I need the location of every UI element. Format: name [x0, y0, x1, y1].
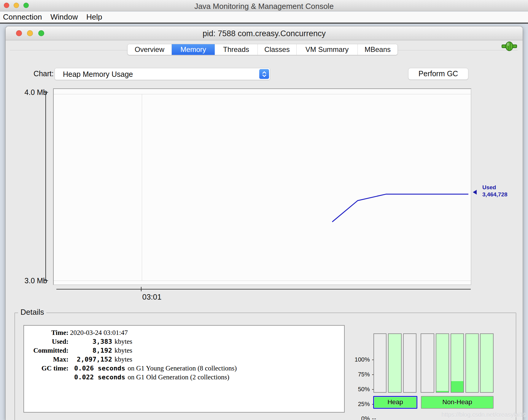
nonheap-pool-bar-2[interactable]: [436, 333, 449, 393]
watermark-text: https://blog.csdn.net/creasylai19: [422, 411, 526, 418]
menu-help[interactable]: Help: [83, 12, 106, 22]
nonheap-pool-bar-4[interactable]: [465, 333, 479, 393]
tab-overview[interactable]: Overview: [128, 44, 172, 55]
chevron-up-down-icon: [259, 69, 269, 79]
heap-pool-bar-2[interactable]: [388, 333, 402, 393]
scale-100: 100%--: [332, 356, 376, 363]
menu-connection[interactable]: Connection: [0, 12, 46, 22]
heap-pool-bar-1[interactable]: [373, 333, 387, 393]
detail-row-used: Used: 3,383kbytes: [24, 337, 344, 346]
memory-usage-chart: [53, 88, 471, 285]
detail-row-time: Time: 2020-03-24 03:01:47: [24, 328, 344, 337]
series-marker-icon: [473, 190, 477, 195]
detail-row-gc-old: 0.022 secondson G1 Old Generation (2 col…: [24, 373, 344, 382]
tab-mbeans[interactable]: MBeans: [358, 44, 397, 55]
tab-classes[interactable]: Classes: [258, 44, 297, 55]
series-callout: Used 3,464,728: [482, 184, 508, 198]
detail-row-committed: Committed: 8,192kbytes: [24, 346, 344, 355]
window-title: pid: 7588 com.creasy.Concurrency: [6, 29, 523, 38]
heap-pool-bar-3[interactable]: [403, 333, 416, 393]
tab-vm-summary[interactable]: VM Summary: [297, 44, 358, 55]
nonheap-button[interactable]: Non-Heap: [421, 396, 494, 409]
chart-select-value: Heap Memory Usage: [63, 70, 133, 79]
x-axis-time-label: 03:01: [134, 292, 170, 302]
connection-plug-icon: [502, 41, 517, 51]
nonheap-pool-bar-3[interactable]: [451, 333, 464, 393]
tab-memory[interactable]: Memory: [172, 44, 215, 55]
x-axis-line: [56, 289, 471, 289]
window-titlebar: pid: 7588 com.creasy.Concurrency: [6, 26, 523, 40]
y-axis-max-label: 4.0 Mb: [15, 88, 47, 97]
menu-window[interactable]: Window: [47, 12, 81, 22]
chart-dropdown-label: Chart:: [26, 69, 54, 78]
jconsole-window: pid: 7588 com.creasy.Concurrency Overvie…: [5, 26, 523, 420]
menubar: Connection Window Help: [0, 12, 528, 23]
scale-25: 25%--: [332, 401, 376, 408]
used-memory-line: [54, 89, 471, 284]
detail-row-gc-young: GC time: 0.026 secondson G1 Young Genera…: [24, 364, 344, 373]
tab-threads[interactable]: Threads: [215, 44, 258, 55]
os-titlebar: Java Monitoring & Management Console: [0, 0, 528, 11]
nonheap-pool-bar-1[interactable]: [421, 333, 434, 393]
screen: Java Monitoring & Management Console Con…: [0, 0, 528, 420]
series-value: 3,464,728: [482, 191, 508, 198]
chart-select[interactable]: Heap Memory Usage: [55, 68, 270, 80]
app-title: Java Monitoring & Management Console: [0, 2, 528, 11]
nonheap-pool-bar-5[interactable]: [480, 333, 494, 393]
y-axis-min-label: 3.0 Mb: [15, 276, 47, 285]
tabbar: Overview Memory Threads Classes VM Summa…: [127, 44, 398, 55]
perform-gc-button[interactable]: Perform GC: [408, 68, 468, 80]
scale-0: 0%--: [332, 415, 376, 420]
heap-button[interactable]: Heap: [373, 396, 417, 409]
menu-separator: [0, 23, 528, 24]
series-name: Used: [482, 184, 508, 191]
details-panel: Time: 2020-03-24 03:01:47 Used: 3,383kby…: [23, 325, 345, 413]
details-title: Details: [18, 308, 46, 317]
scale-50: 50%--: [332, 386, 376, 393]
scale-75: 75%--: [332, 371, 376, 378]
x-axis-tick: [141, 287, 141, 291]
y-axis-line: [45, 92, 46, 281]
y-axis-tick-top: [43, 92, 48, 93]
detail-row-max: Max: 2,097,152kbytes: [24, 355, 344, 364]
y-axis-tick-bottom: [43, 280, 48, 281]
